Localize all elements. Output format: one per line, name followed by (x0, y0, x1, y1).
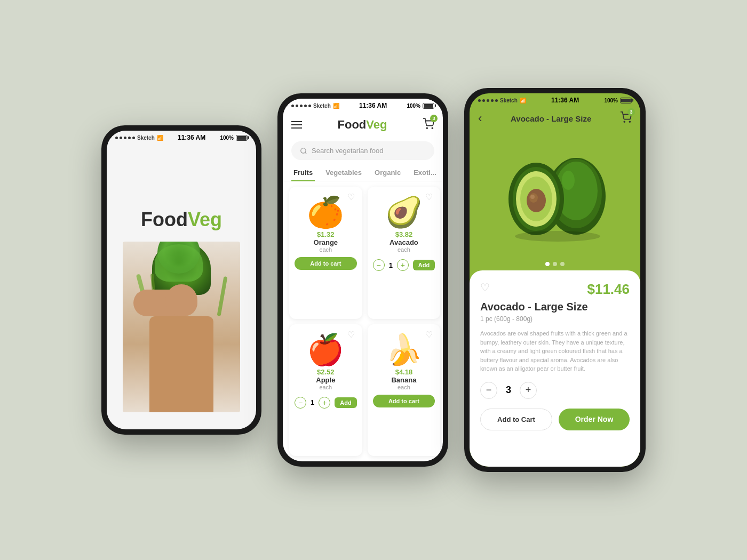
logo-veg: Veg (188, 209, 222, 230)
time-3: 11:36 AM (551, 97, 579, 104)
svg-line-3 (305, 152, 307, 154)
wishlist-avocado[interactable]: ♡ (425, 192, 435, 202)
svg-point-5 (629, 121, 630, 122)
price-banana: $4.18 (395, 368, 413, 376)
qty-minus-apple[interactable]: − (295, 397, 306, 409)
status-bar-2: Sketch 📶 11:36 AM 100% (283, 99, 443, 113)
product-card-avocado: ♡ 🥑 $3.82 Avacado each − 1 + Add (368, 187, 441, 319)
search-bar[interactable]: Search vegetarian food (291, 141, 434, 160)
name-orange: Orange (314, 238, 338, 246)
search-placeholder: Search vegetarian food (312, 147, 383, 155)
detail-page-title: Avocado - Large Size (511, 114, 591, 123)
splash-image (123, 242, 240, 412)
time-2: 11:36 AM (359, 102, 387, 109)
hamburger-menu[interactable] (291, 121, 302, 129)
qty-minus-avocado[interactable]: − (373, 259, 385, 271)
product-image-banana: 🍌 (385, 335, 423, 365)
detail-screen: Sketch 📶 11:36 AM 100% ‹ Avocado - Large… (470, 93, 640, 467)
detail-nav: ‹ Avocado - Large Size 3 (470, 107, 640, 130)
dot-1[interactable] (545, 262, 550, 266)
detail-qty-row: − 3 + (480, 382, 630, 399)
list-screen: Sketch 📶 11:36 AM 100% (283, 99, 443, 461)
wishlist-banana[interactable]: ♡ (425, 330, 435, 339)
product-card-banana: ♡ 🍌 $4.18 Banana each Add to cart (368, 324, 441, 457)
product-image-apple: 🍎 (307, 335, 344, 365)
header-logo: FoodVeg (338, 118, 387, 132)
image-dots (470, 258, 640, 270)
add-btn-apple[interactable]: Add (335, 397, 356, 408)
name-apple: Apple (316, 376, 335, 384)
phone-detail: Sketch 📶 11:36 AM 100% ‹ Avocado - Large… (464, 88, 646, 472)
search-icon (300, 147, 307, 155)
detail-card: ♡ $11.46 Avocado - Large Size 1 pc (600g… (470, 270, 640, 467)
unit-banana: each (398, 384, 410, 390)
qty-avocado: 1 (389, 261, 393, 269)
cart-badge: 3 (430, 115, 438, 122)
price-orange: $1.32 (317, 230, 335, 238)
name-avocado: Avacado (390, 238, 418, 246)
detail-cart-button[interactable]: 3 (620, 111, 632, 125)
splash-screen: Sketch 📶 11:36 AM 100% FoodVeg (107, 131, 256, 429)
logo-food: Food (141, 209, 188, 230)
svg-point-9 (562, 171, 575, 190)
status-bar-3: Sketch 📶 11:36 AM 100% (470, 93, 640, 107)
detail-product-name: Avocado - Large Size (480, 301, 630, 313)
detail-actions: Add to Cart Order Now (480, 409, 630, 430)
battery-percent: 100% (220, 135, 234, 141)
sketch-label: Sketch (137, 135, 155, 141)
wishlist-orange[interactable]: ♡ (347, 192, 357, 202)
tab-organic[interactable]: Organic (372, 164, 403, 181)
detail-qty-plus[interactable]: + (520, 382, 537, 399)
phones-container: Sketch 📶 11:36 AM 100% FoodVeg (80, 56, 667, 504)
dot-3[interactable] (560, 262, 565, 266)
svg-point-2 (301, 148, 306, 153)
detail-qty-minus[interactable]: − (480, 382, 497, 399)
unit-apple: each (319, 384, 332, 390)
add-to-cart-button[interactable]: Add to Cart (480, 409, 552, 430)
svg-point-1 (432, 127, 433, 129)
svg-point-4 (624, 121, 625, 122)
phone-splash: Sketch 📶 11:36 AM 100% FoodVeg (101, 125, 261, 435)
price-avocado: $3.82 (395, 230, 413, 238)
unit-avocado: each (398, 246, 410, 253)
detail-product-sub: 1 pc (600g - 800g) (480, 315, 630, 323)
wishlist-detail[interactable]: ♡ (480, 281, 490, 294)
avocado-svg (491, 143, 619, 244)
splash-logo: FoodVeg (141, 209, 222, 231)
detail-description: Avocados are oval shaped fruits with a t… (480, 329, 630, 373)
qty-plus-apple[interactable]: + (319, 397, 330, 409)
product-image-display (470, 130, 640, 258)
products-grid: ♡ 🍊 $1.32 Orange each Add to cart ♡ 🥑 $3… (283, 181, 443, 461)
qty-apple: 1 (311, 398, 314, 406)
tab-exotic[interactable]: Exoti... (411, 164, 439, 181)
product-card-orange: ♡ 🍊 $1.32 Orange each Add to cart (289, 187, 362, 319)
dot-2[interactable] (553, 262, 557, 266)
detail-price: $11.46 (587, 281, 630, 298)
svg-point-16 (530, 195, 535, 199)
wishlist-apple[interactable]: ♡ (347, 330, 357, 339)
list-header: FoodVeg 3 (283, 113, 443, 137)
add-cart-banana[interactable]: Add to cart (373, 395, 435, 407)
qty-row-apple: − 1 + Add (295, 397, 357, 409)
back-button[interactable]: ‹ (478, 111, 482, 125)
qty-plus-avocado[interactable]: + (397, 259, 409, 271)
add-cart-orange[interactable]: Add to cart (295, 257, 357, 270)
tabs-row: Fruits Vegetables Organic Exoti... (283, 164, 443, 181)
price-apple: $2.52 (317, 368, 335, 376)
tab-vegetables[interactable]: Vegetables (323, 164, 364, 181)
phone-list: Sketch 📶 11:36 AM 100% (277, 93, 448, 467)
tab-fruits[interactable]: Fruits (291, 164, 315, 181)
cart-button[interactable]: 3 (423, 118, 434, 132)
product-card-apple: ♡ 🍎 $2.52 Apple each − 1 + Add (289, 324, 362, 457)
status-bar-1: Sketch 📶 11:36 AM 100% (107, 131, 256, 145)
detail-qty: 3 (506, 385, 511, 396)
qty-row-avocado: − 1 + Add (373, 259, 435, 271)
unit-orange: each (319, 246, 332, 253)
order-now-button[interactable]: Order Now (559, 409, 630, 430)
svg-point-17 (515, 231, 600, 242)
product-image-orange: 🍊 (307, 197, 344, 227)
detail-cart-badge: 3 (627, 108, 635, 116)
add-btn-avocado[interactable]: Add (413, 260, 435, 270)
name-banana: Banana (391, 376, 416, 384)
svg-point-0 (426, 127, 427, 129)
